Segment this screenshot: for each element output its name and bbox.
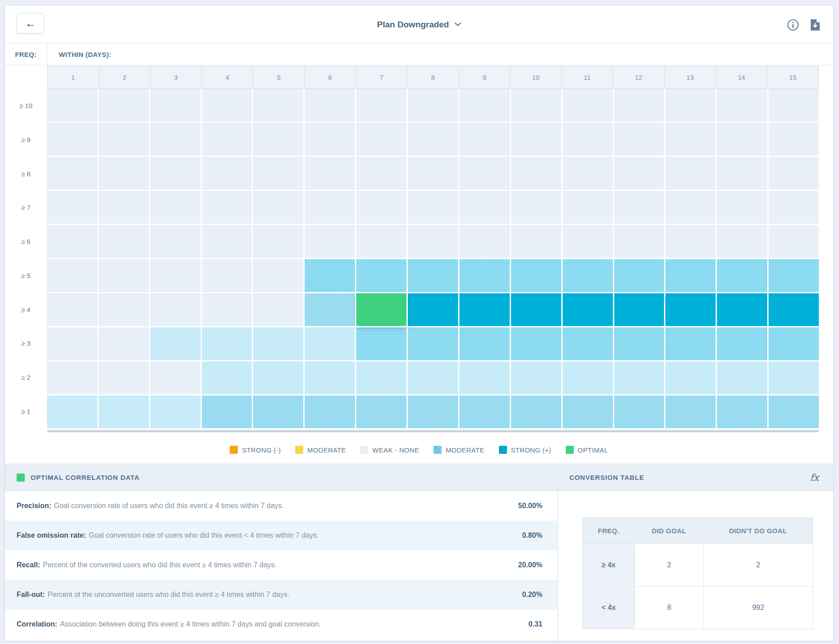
event-dropdown[interactable]: Plan Downgraded (377, 20, 461, 30)
heatmap-cell[interactable] (511, 293, 561, 326)
heatmap-cell[interactable] (305, 293, 355, 326)
heatmap-cell[interactable] (408, 123, 458, 156)
heatmap-cell[interactable] (717, 327, 767, 360)
heatmap-cell[interactable] (408, 293, 458, 326)
heatmap-cell[interactable] (253, 396, 303, 428)
heatmap-cell[interactable] (769, 123, 819, 156)
heatmap-cell[interactable] (202, 327, 252, 360)
heatmap-cell[interactable] (150, 157, 201, 190)
heatmap-cell[interactable] (717, 225, 767, 258)
heatmap-cell[interactable] (253, 361, 303, 394)
heatmap-cell[interactable] (47, 327, 97, 360)
heatmap-cell[interactable] (356, 259, 406, 292)
download-icon[interactable] (810, 18, 821, 31)
heatmap-cell[interactable] (614, 89, 664, 122)
heatmap-cell[interactable] (511, 396, 561, 428)
heatmap-cell[interactable] (99, 361, 149, 394)
heatmap-cell[interactable] (408, 361, 458, 394)
heatmap-cell[interactable] (47, 123, 97, 156)
heatmap-cell[interactable] (99, 89, 149, 122)
heatmap-cell[interactable] (99, 259, 149, 292)
heatmap-cell[interactable] (150, 123, 201, 156)
heatmap-cell[interactable] (563, 293, 613, 326)
heatmap-cell[interactable] (408, 157, 458, 190)
back-button[interactable]: ← (17, 13, 44, 34)
heatmap-cell[interactable] (769, 191, 819, 224)
heatmap-cell[interactable] (563, 361, 613, 394)
heatmap-cell[interactable] (202, 157, 252, 190)
heatmap-cell[interactable] (150, 89, 201, 122)
heatmap-cell[interactable] (717, 191, 767, 224)
heatmap-cell[interactable] (511, 89, 561, 122)
heatmap-cell[interactable] (459, 396, 510, 428)
info-icon[interactable] (787, 19, 799, 31)
heatmap-cell[interactable] (459, 89, 510, 122)
heatmap-cell[interactable] (150, 396, 201, 428)
heatmap-cell[interactable] (511, 191, 561, 224)
heatmap-cell[interactable] (769, 327, 819, 360)
heatmap-cell[interactable] (614, 327, 664, 360)
heatmap-cell[interactable] (459, 293, 510, 326)
heatmap-cell[interactable] (459, 157, 510, 190)
heatmap-cell[interactable] (356, 225, 406, 258)
heatmap-cell[interactable] (253, 191, 303, 224)
heatmap-cell[interactable] (305, 89, 355, 122)
heatmap-cell[interactable] (769, 157, 819, 190)
heatmap-cell[interactable] (665, 361, 716, 394)
heatmap-cell[interactable] (769, 259, 819, 292)
heatmap-cell[interactable] (408, 225, 458, 258)
formula-fx-icon[interactable]: fx (810, 472, 819, 483)
heatmap-cell[interactable] (665, 293, 716, 326)
heatmap-cell[interactable] (614, 157, 664, 190)
heatmap-cell[interactable] (356, 396, 406, 428)
heatmap-cell[interactable] (717, 396, 767, 428)
heatmap-cell[interactable] (202, 361, 252, 394)
heatmap-cell[interactable] (305, 361, 355, 394)
heatmap-cell[interactable] (253, 157, 303, 190)
heatmap-cell[interactable] (99, 225, 149, 258)
heatmap-cell[interactable] (47, 396, 97, 428)
heatmap-cell[interactable] (459, 259, 510, 292)
heatmap-cell[interactable] (253, 225, 303, 258)
heatmap-cell[interactable] (563, 396, 613, 428)
heatmap-cell[interactable] (665, 396, 716, 428)
heatmap-cell[interactable] (99, 123, 149, 156)
heatmap-cell[interactable] (408, 89, 458, 122)
heatmap-cell[interactable] (717, 89, 767, 122)
heatmap-cell[interactable] (717, 259, 767, 292)
heatmap-cell[interactable] (408, 259, 458, 292)
heatmap-cell[interactable] (253, 293, 303, 326)
heatmap-cell[interactable] (253, 123, 303, 156)
heatmap-cell[interactable] (47, 293, 97, 326)
heatmap-cell[interactable] (47, 89, 97, 122)
heatmap-cell[interactable] (459, 361, 510, 394)
heatmap-cell[interactable] (511, 157, 561, 190)
heatmap-cell[interactable] (305, 327, 355, 360)
heatmap-cell[interactable] (717, 293, 767, 326)
heatmap-cell[interactable] (614, 396, 664, 428)
heatmap-cell[interactable] (305, 191, 355, 224)
heatmap-cell[interactable] (253, 89, 303, 122)
heatmap-cell[interactable] (408, 396, 458, 428)
heatmap-cell[interactable] (202, 293, 252, 326)
heatmap-cell[interactable] (47, 225, 97, 258)
heatmap-cell[interactable] (202, 225, 252, 258)
heatmap-cell[interactable] (202, 89, 252, 122)
heatmap-cell[interactable] (150, 361, 201, 394)
heatmap-cell[interactable] (253, 259, 303, 292)
heatmap-cell[interactable] (665, 89, 716, 122)
heatmap-cell[interactable] (202, 259, 252, 292)
heatmap-cell[interactable] (305, 157, 355, 190)
heatmap-cell[interactable] (563, 89, 613, 122)
heatmap-cell[interactable] (150, 293, 201, 326)
heatmap-cell[interactable] (563, 123, 613, 156)
heatmap-cell[interactable] (769, 225, 819, 258)
heatmap-cell[interactable] (717, 123, 767, 156)
heatmap-cell[interactable] (511, 123, 561, 156)
heatmap-cell[interactable] (511, 225, 561, 258)
heatmap-cell[interactable] (511, 259, 561, 292)
heatmap-cell[interactable] (769, 89, 819, 122)
heatmap-cell[interactable] (665, 225, 716, 258)
heatmap-cell[interactable] (150, 225, 201, 258)
heatmap-cell[interactable] (305, 396, 355, 428)
